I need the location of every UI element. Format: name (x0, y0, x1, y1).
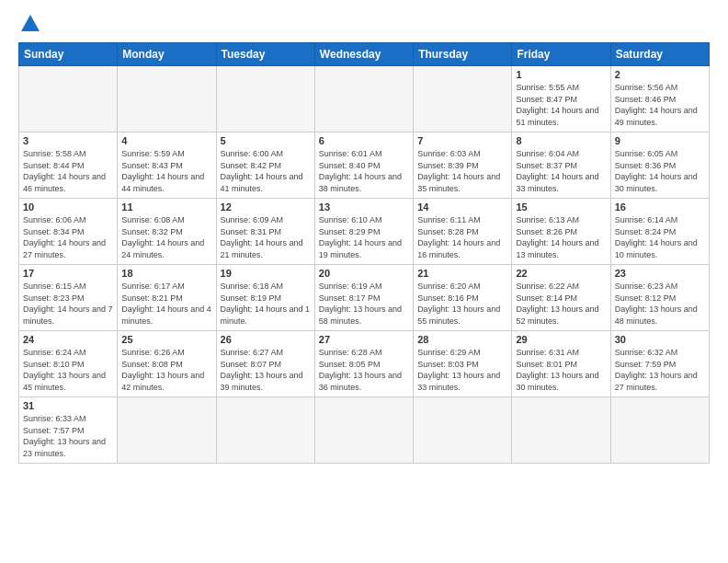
weekday-header-thursday: Thursday (414, 43, 512, 66)
calendar-cell (314, 397, 413, 464)
logo-triangle-icon (21, 15, 40, 31)
day-info: Sunrise: 6:13 AM Sunset: 8:26 PM Dayligh… (516, 214, 606, 260)
calendar-cell: 8Sunrise: 6:04 AM Sunset: 8:37 PM Daylig… (512, 132, 610, 199)
calendar-cell: 22Sunrise: 6:22 AM Sunset: 8:14 PM Dayli… (512, 265, 610, 331)
day-number: 13 (319, 201, 409, 213)
week-row-1: 1Sunrise: 5:55 AM Sunset: 8:47 PM Daylig… (19, 66, 710, 132)
calendar-cell: 25Sunrise: 6:26 AM Sunset: 8:08 PM Dayli… (118, 331, 216, 397)
day-info: Sunrise: 6:09 AM Sunset: 8:31 PM Dayligh… (221, 214, 311, 260)
day-info: Sunrise: 6:03 AM Sunset: 8:39 PM Dayligh… (417, 148, 507, 194)
day-number: 16 (615, 201, 705, 213)
day-number: 19 (221, 268, 311, 279)
calendar-cell: 24Sunrise: 6:24 AM Sunset: 8:10 PM Dayli… (19, 331, 118, 397)
logo (18, 15, 40, 33)
calendar-cell (216, 66, 314, 132)
day-number: 31 (23, 400, 113, 411)
calendar-cell: 13Sunrise: 6:10 AM Sunset: 8:29 PM Dayli… (314, 199, 413, 265)
calendar-cell (19, 66, 118, 132)
day-number: 14 (417, 201, 507, 213)
week-row-2: 3Sunrise: 5:58 AM Sunset: 8:44 PM Daylig… (19, 132, 710, 199)
day-info: Sunrise: 6:01 AM Sunset: 8:40 PM Dayligh… (319, 148, 409, 194)
day-info: Sunrise: 6:31 AM Sunset: 8:01 PM Dayligh… (516, 347, 606, 393)
day-info: Sunrise: 6:28 AM Sunset: 8:05 PM Dayligh… (319, 347, 409, 393)
day-number: 29 (516, 334, 606, 345)
calendar-cell: 1Sunrise: 5:55 AM Sunset: 8:47 PM Daylig… (512, 66, 610, 132)
calendar-cell: 9Sunrise: 6:05 AM Sunset: 8:36 PM Daylig… (610, 132, 709, 199)
calendar-cell: 12Sunrise: 6:09 AM Sunset: 8:31 PM Dayli… (216, 199, 314, 265)
day-info: Sunrise: 6:15 AM Sunset: 8:23 PM Dayligh… (23, 281, 113, 327)
calendar-cell: 17Sunrise: 6:15 AM Sunset: 8:23 PM Dayli… (19, 265, 118, 331)
day-number: 20 (319, 268, 409, 279)
calendar-cell: 23Sunrise: 6:23 AM Sunset: 8:12 PM Dayli… (610, 265, 709, 331)
weekday-header-friday: Friday (512, 43, 610, 66)
calendar-cell (314, 66, 413, 132)
day-number: 3 (23, 135, 113, 146)
calendar-cell: 10Sunrise: 6:06 AM Sunset: 8:34 PM Dayli… (19, 199, 118, 265)
calendar-cell: 19Sunrise: 6:18 AM Sunset: 8:19 PM Dayli… (216, 265, 314, 331)
weekday-header-tuesday: Tuesday (216, 43, 314, 66)
week-row-6: 31Sunrise: 6:33 AM Sunset: 7:57 PM Dayli… (19, 397, 710, 464)
day-number: 23 (615, 268, 705, 279)
day-number: 1 (516, 69, 606, 80)
calendar-table: SundayMondayTuesdayWednesdayThursdayFrid… (18, 42, 710, 464)
day-info: Sunrise: 6:26 AM Sunset: 8:08 PM Dayligh… (121, 347, 211, 393)
calendar-cell (512, 397, 610, 464)
calendar-cell: 29Sunrise: 6:31 AM Sunset: 8:01 PM Dayli… (512, 331, 610, 397)
calendar-cell: 30Sunrise: 6:32 AM Sunset: 7:59 PM Dayli… (610, 331, 709, 397)
calendar-cell: 3Sunrise: 5:58 AM Sunset: 8:44 PM Daylig… (19, 132, 118, 199)
day-info: Sunrise: 6:00 AM Sunset: 8:42 PM Dayligh… (221, 148, 311, 194)
day-info: Sunrise: 6:18 AM Sunset: 8:19 PM Dayligh… (221, 281, 311, 327)
day-info: Sunrise: 6:24 AM Sunset: 8:10 PM Dayligh… (23, 347, 113, 393)
calendar-cell (216, 397, 314, 464)
day-info: Sunrise: 5:59 AM Sunset: 8:43 PM Dayligh… (121, 148, 211, 194)
calendar-cell: 31Sunrise: 6:33 AM Sunset: 7:57 PM Dayli… (19, 397, 118, 464)
day-info: Sunrise: 5:58 AM Sunset: 8:44 PM Dayligh… (23, 148, 113, 194)
weekday-header-sunday: Sunday (19, 43, 118, 66)
calendar-cell: 4Sunrise: 5:59 AM Sunset: 8:43 PM Daylig… (118, 132, 216, 199)
day-info: Sunrise: 5:56 AM Sunset: 8:46 PM Dayligh… (615, 82, 705, 128)
day-number: 17 (23, 268, 113, 279)
day-number: 15 (516, 201, 606, 213)
calendar-cell: 16Sunrise: 6:14 AM Sunset: 8:24 PM Dayli… (610, 199, 709, 265)
day-number: 7 (417, 135, 507, 146)
calendar-cell (118, 66, 216, 132)
day-info: Sunrise: 6:33 AM Sunset: 7:57 PM Dayligh… (23, 413, 113, 459)
calendar-cell: 15Sunrise: 6:13 AM Sunset: 8:26 PM Dayli… (512, 199, 610, 265)
calendar-cell: 26Sunrise: 6:27 AM Sunset: 8:07 PM Dayli… (216, 331, 314, 397)
day-info: Sunrise: 6:06 AM Sunset: 8:34 PM Dayligh… (23, 214, 113, 260)
day-info: Sunrise: 6:04 AM Sunset: 8:37 PM Dayligh… (516, 148, 606, 194)
header (18, 15, 710, 33)
day-number: 5 (221, 135, 311, 146)
page: SundayMondayTuesdayWednesdayThursdayFrid… (0, 0, 728, 563)
day-number: 9 (615, 135, 705, 146)
day-info: Sunrise: 6:08 AM Sunset: 8:32 PM Dayligh… (121, 214, 211, 260)
day-info: Sunrise: 6:23 AM Sunset: 8:12 PM Dayligh… (615, 281, 705, 327)
day-info: Sunrise: 6:05 AM Sunset: 8:36 PM Dayligh… (615, 148, 705, 194)
day-info: Sunrise: 6:11 AM Sunset: 8:28 PM Dayligh… (417, 214, 507, 260)
day-number: 11 (121, 201, 211, 213)
calendar-cell: 18Sunrise: 6:17 AM Sunset: 8:21 PM Dayli… (118, 265, 216, 331)
day-number: 4 (121, 135, 211, 146)
calendar-cell (610, 397, 709, 464)
day-number: 18 (121, 268, 211, 279)
calendar-cell: 27Sunrise: 6:28 AM Sunset: 8:05 PM Dayli… (314, 331, 413, 397)
calendar-cell: 6Sunrise: 6:01 AM Sunset: 8:40 PM Daylig… (314, 132, 413, 199)
day-info: Sunrise: 6:20 AM Sunset: 8:16 PM Dayligh… (417, 281, 507, 327)
calendar-cell: 21Sunrise: 6:20 AM Sunset: 8:16 PM Dayli… (414, 265, 512, 331)
day-info: Sunrise: 6:22 AM Sunset: 8:14 PM Dayligh… (516, 281, 606, 327)
day-number: 26 (221, 334, 311, 345)
day-number: 10 (23, 201, 113, 213)
week-row-3: 10Sunrise: 6:06 AM Sunset: 8:34 PM Dayli… (19, 199, 710, 265)
day-number: 2 (615, 69, 705, 80)
day-number: 25 (121, 334, 211, 345)
weekday-header-saturday: Saturday (610, 43, 709, 66)
calendar-cell: 5Sunrise: 6:00 AM Sunset: 8:42 PM Daylig… (216, 132, 314, 199)
week-row-5: 24Sunrise: 6:24 AM Sunset: 8:10 PM Dayli… (19, 331, 710, 397)
day-number: 8 (516, 135, 606, 146)
calendar-cell (414, 397, 512, 464)
calendar-cell: 7Sunrise: 6:03 AM Sunset: 8:39 PM Daylig… (414, 132, 512, 199)
calendar-cell (118, 397, 216, 464)
day-info: Sunrise: 6:19 AM Sunset: 8:17 PM Dayligh… (319, 281, 409, 327)
week-row-4: 17Sunrise: 6:15 AM Sunset: 8:23 PM Dayli… (19, 265, 710, 331)
day-info: Sunrise: 6:32 AM Sunset: 7:59 PM Dayligh… (615, 347, 705, 393)
